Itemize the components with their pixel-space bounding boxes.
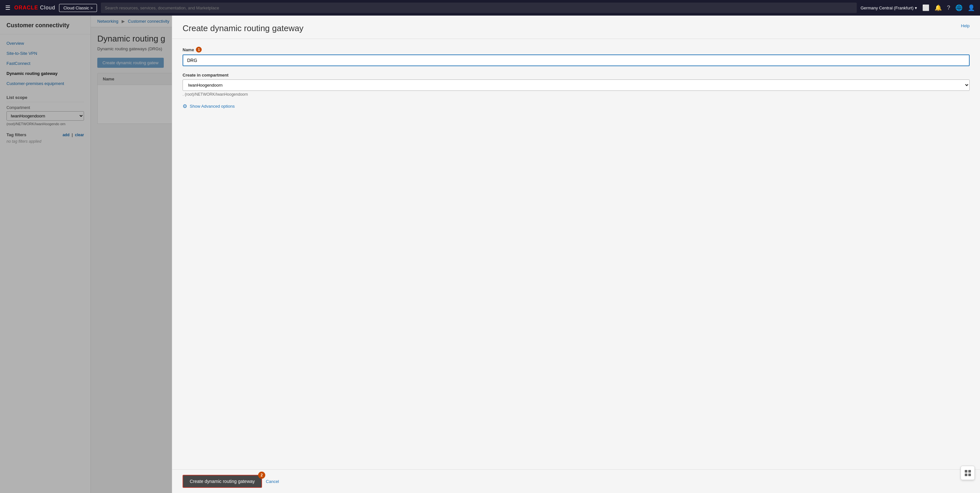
panel-footer: Create dynamic routing gateway 2 Cancel — [172, 469, 980, 493]
help-link[interactable]: Help — [961, 23, 970, 28]
create-gateway-button[interactable]: Create dynamic routing gateway 2 — [183, 475, 262, 488]
advanced-options-link[interactable]: ⚙ Show Advanced options — [183, 103, 970, 109]
user-avatar[interactable]: 👤 — [968, 4, 975, 11]
help-widget[interactable] — [961, 466, 975, 480]
compartment-form-label: Create in compartment — [183, 73, 970, 78]
help-icon[interactable]: ? — [947, 5, 950, 11]
oracle-logo: ORACLE Cloud — [14, 5, 55, 11]
cloud-text: Cloud — [40, 5, 56, 11]
notification-icon[interactable]: 🔔 — [935, 4, 942, 11]
name-label: Name 1 — [183, 47, 970, 52]
create-step-badge: 2 — [258, 472, 265, 479]
main-container: Customer connectivity Overview Site-to-S… — [0, 16, 980, 493]
help-dot-2 — [968, 470, 971, 472]
region-label: Germany Central (Frankfurt) — [861, 5, 913, 10]
sliders-icon: ⚙ — [183, 103, 187, 109]
top-navigation: ☰ ORACLE Cloud Cloud Classic > Germany C… — [0, 0, 980, 16]
help-dot-4 — [968, 474, 971, 476]
compartment-path-hint: . (root)/NETWORK/IwanHoogendoorn — [183, 92, 970, 97]
menu-icon[interactable]: ☰ — [5, 4, 10, 11]
name-required-badge: 1 — [196, 47, 202, 52]
cancel-button[interactable]: Cancel — [266, 479, 279, 484]
globe-icon[interactable]: 🌐 — [955, 4, 963, 11]
chevron-down-icon: ▾ — [915, 5, 917, 10]
compartment-form-group: Create in compartment IwanHoogendoorn . … — [183, 73, 970, 97]
name-form-group: Name 1 — [183, 47, 970, 66]
panel-title: Create dynamic routing gateway — [183, 23, 304, 33]
developer-icon[interactable]: ⬜ — [922, 4, 929, 11]
name-input[interactable] — [183, 54, 970, 66]
search-input[interactable] — [101, 3, 857, 13]
help-dot-1 — [965, 470, 967, 472]
panel-body: Name 1 Create in compartment IwanHoogend… — [172, 39, 980, 469]
panel-header: Create dynamic routing gateway Help — [172, 16, 980, 39]
nav-right: Germany Central (Frankfurt) ▾ ⬜ 🔔 ? 🌐 👤 — [861, 4, 975, 11]
create-drg-panel: Create dynamic routing gateway Help Name… — [172, 16, 980, 493]
compartment-form-select[interactable]: IwanHoogendoorn — [183, 80, 970, 91]
advanced-options-label: Show Advanced options — [190, 104, 235, 109]
help-dot-3 — [965, 474, 967, 476]
oracle-text: ORACLE — [14, 5, 38, 11]
region-selector[interactable]: Germany Central (Frankfurt) ▾ — [861, 5, 917, 10]
help-widget-grid — [964, 469, 972, 477]
cloud-classic-button[interactable]: Cloud Classic > — [59, 4, 97, 12]
